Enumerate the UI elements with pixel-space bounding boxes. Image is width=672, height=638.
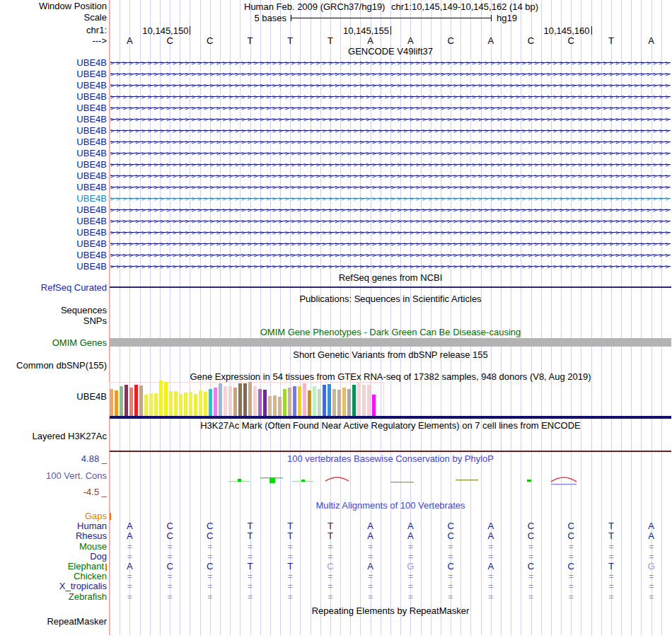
gencode-transcript-row[interactable]: >>>>>>>>>>>>>>>>>>>>>>>>>>>>>>>>>>>>>>>>… xyxy=(110,114,671,125)
omim-track-title[interactable]: OMIM Gene Phenotypes - Dark Green Can Be… xyxy=(110,327,671,337)
gtex-tissue-bar[interactable] xyxy=(342,388,346,416)
gencode-transcript-label[interactable]: UBE4B xyxy=(0,238,107,250)
publications-sequences-label[interactable]: Sequences xyxy=(0,306,107,315)
gtex-gene-label[interactable]: UBE4B xyxy=(0,392,107,402)
gtex-track-title[interactable]: Gene Expression in 54 tissues from GTEx … xyxy=(110,372,671,382)
gencode-transcript-label[interactable]: UBE4B xyxy=(0,137,107,148)
gtex-tissue-bar[interactable] xyxy=(159,381,163,416)
multiz-track-title[interactable]: Multiz Alignments of 100 Vertebrates xyxy=(110,501,671,511)
conservation-track-title[interactable]: 100 vertebrates Basewise Conservation by… xyxy=(110,454,671,464)
multiz-species-label[interactable]: Gaps xyxy=(0,511,107,521)
gtex-tissue-bar[interactable] xyxy=(144,395,148,416)
gencode-transcript-row[interactable]: >>>>>>>>>>>>>>>>>>>>>>>>>>>>>>>>>>>>>>>>… xyxy=(110,125,671,137)
gencode-transcript-row[interactable]: >>>>>>>>>>>>>>>>>>>>>>>>>>>>>>>>>>>>>>>>… xyxy=(110,91,671,103)
multiz-alignment-row[interactable]: ACCTTTAACACCTA xyxy=(110,521,671,531)
gencode-transcript-label[interactable]: UBE4B xyxy=(0,69,107,80)
layered-h3k27ac-label[interactable]: Layered H3K27Ac xyxy=(0,431,107,441)
gtex-tissue-bar[interactable] xyxy=(278,397,282,416)
h3k27ac-track-title[interactable]: H3K27Ac Mark (Often Found Near Active Re… xyxy=(110,421,671,431)
multiz-alignment-row[interactable]: ============== xyxy=(110,581,671,591)
gtex-tissue-bar[interactable] xyxy=(228,386,232,416)
gencode-transcript-row[interactable]: >>>>>>>>>>>>>>>>>>>>>>>>>>>>>>>>>>>>>>>>… xyxy=(110,170,671,182)
gtex-tissue-bar[interactable] xyxy=(149,393,153,416)
multiz-alignment-row[interactable]: ACCTTCAGCACCTG xyxy=(110,562,671,572)
gencode-transcript-label[interactable]: UBE4B xyxy=(0,193,107,204)
gtex-tissue-bar[interactable] xyxy=(357,382,361,416)
dbsnp-track-title[interactable]: Short Genetic Variants from dbSNP releas… xyxy=(110,350,671,360)
gencode-transcript-row[interactable]: >>>>>>>>>>>>>>>>>>>>>>>>>>>>>>>>>>>>>>>>… xyxy=(110,148,671,159)
gtex-tissue-bar[interactable] xyxy=(189,392,192,416)
gtex-tissue-bar[interactable] xyxy=(238,383,242,416)
common-dbsnp-label[interactable]: Common dbSNP(155) xyxy=(0,361,107,371)
gtex-tissue-bar[interactable] xyxy=(164,382,168,416)
gencode-transcript-label[interactable]: UBE4B xyxy=(0,80,107,91)
gtex-tissue-bar[interactable] xyxy=(328,384,331,416)
gtex-tissue-bar[interactable] xyxy=(219,383,222,416)
multiz-species-label[interactable]: Elephant xyxy=(0,562,107,572)
gtex-tissue-bar[interactable] xyxy=(253,386,257,416)
gencode-transcript-label[interactable]: UBE4B xyxy=(0,170,107,182)
gtex-tissue-bar[interactable] xyxy=(110,389,113,416)
omim-genes-label[interactable]: OMIM Genes xyxy=(0,338,107,348)
gtex-tissue-bar[interactable] xyxy=(129,388,133,416)
conservation-wiggle-plot[interactable] xyxy=(110,463,671,492)
gencode-transcript-row[interactable]: >>>>>>>>>>>>>>>>>>>>>>>>>>>>>>>>>>>>>>>>… xyxy=(110,137,671,148)
gtex-bar-chart[interactable] xyxy=(110,383,671,416)
gencode-transcript-row[interactable]: >>>>>>>>>>>>>>>>>>>>>>>>>>>>>>>>>>>>>>>>… xyxy=(110,57,671,69)
gtex-tissue-bar[interactable] xyxy=(283,389,286,416)
gencode-track-title[interactable]: GENCODE V49lift37 xyxy=(110,47,671,57)
publications-track-title[interactable]: Publications: Sequences in Scientific Ar… xyxy=(110,294,671,304)
gencode-transcript-label[interactable]: UBE4B xyxy=(0,261,107,272)
refseq-curated-label[interactable]: RefSeq Curated xyxy=(0,283,107,293)
gtex-tissue-bar[interactable] xyxy=(332,389,336,416)
gtex-tissue-bar[interactable] xyxy=(199,390,202,416)
gencode-transcript-row[interactable]: >>>>>>>>>>>>>>>>>>>>>>>>>>>>>>>>>>>>>>>>… xyxy=(110,193,671,204)
gtex-tissue-bar[interactable] xyxy=(362,385,366,416)
gencode-transcript-label[interactable]: UBE4B xyxy=(0,159,107,170)
multiz-alignment-row[interactable]: ============== xyxy=(110,572,671,581)
refseq-track-title[interactable]: RefSeq genes from NCBI xyxy=(110,273,671,283)
gencode-transcript-row[interactable]: >>>>>>>>>>>>>>>>>>>>>>>>>>>>>>>>>>>>>>>>… xyxy=(110,238,671,250)
multiz-alignment-row[interactable]: ACCTTTAACACCTA xyxy=(110,531,671,541)
gtex-tissue-bar[interactable] xyxy=(313,386,316,416)
gtex-tissue-bar[interactable] xyxy=(367,385,371,416)
gtex-tissue-bar[interactable] xyxy=(288,388,291,416)
repeatmasker-track-title[interactable]: Repeating Elements by RepeatMasker xyxy=(110,606,671,616)
multiz-alignment-row[interactable]: ============== xyxy=(110,552,671,562)
gencode-transcript-label[interactable]: UBE4B xyxy=(0,91,107,103)
repeatmasker-label[interactable]: RepeatMasker xyxy=(0,617,107,627)
gtex-tissue-bar[interactable] xyxy=(174,391,178,416)
multiz-species-label[interactable]: Dog xyxy=(0,552,107,562)
gencode-transcript-label[interactable]: UBE4B xyxy=(0,182,107,193)
gtex-tissue-bar[interactable] xyxy=(124,385,128,416)
gtex-tissue-bar[interactable] xyxy=(337,390,341,416)
gencode-transcript-label[interactable]: UBE4B xyxy=(0,227,107,238)
gencode-transcript-row[interactable]: >>>>>>>>>>>>>>>>>>>>>>>>>>>>>>>>>>>>>>>>… xyxy=(110,250,671,261)
gtex-tissue-bar[interactable] xyxy=(347,389,351,416)
multiz-species-label[interactable]: Human xyxy=(0,521,107,531)
gtex-tissue-bar[interactable] xyxy=(184,393,187,416)
multiz-species-label[interactable]: Zebrafish xyxy=(0,592,107,602)
gencode-transcript-row[interactable]: >>>>>>>>>>>>>>>>>>>>>>>>>>>>>>>>>>>>>>>>… xyxy=(110,159,671,170)
gtex-tissue-bar[interactable] xyxy=(352,385,356,416)
gtex-tissue-bar[interactable] xyxy=(318,389,321,416)
gtex-tissue-bar[interactable] xyxy=(139,385,143,416)
gtex-tissue-bar[interactable] xyxy=(293,386,296,416)
multiz-alignment-row[interactable]: ============== xyxy=(110,542,671,552)
multiz-alignment-row[interactable]: ============== xyxy=(110,592,671,602)
gencode-transcript-row[interactable]: >>>>>>>>>>>>>>>>>>>>>>>>>>>>>>>>>>>>>>>>… xyxy=(110,216,671,227)
conservation-track-label[interactable]: 100 Vert. Cons xyxy=(0,471,107,481)
gtex-tissue-bar[interactable] xyxy=(258,389,262,416)
gencode-transcript-row[interactable]: >>>>>>>>>>>>>>>>>>>>>>>>>>>>>>>>>>>>>>>>… xyxy=(110,227,671,238)
gtex-tissue-bar[interactable] xyxy=(303,383,306,416)
refseq-gene-line[interactable] xyxy=(110,286,671,288)
gencode-transcript-label[interactable]: UBE4B xyxy=(0,204,107,216)
gtex-tissue-bar[interactable] xyxy=(323,385,326,416)
gtex-tissue-bar[interactable] xyxy=(298,386,301,416)
publications-snps-label[interactable]: SNPs xyxy=(0,316,107,326)
gencode-transcript-row[interactable]: >>>>>>>>>>>>>>>>>>>>>>>>>>>>>>>>>>>>>>>>… xyxy=(110,204,671,216)
gtex-tissue-bar[interactable] xyxy=(169,391,173,416)
gencode-transcript-label[interactable]: UBE4B xyxy=(0,216,107,227)
gtex-tissue-bar[interactable] xyxy=(268,396,272,416)
gtex-tissue-bar[interactable] xyxy=(214,388,217,416)
